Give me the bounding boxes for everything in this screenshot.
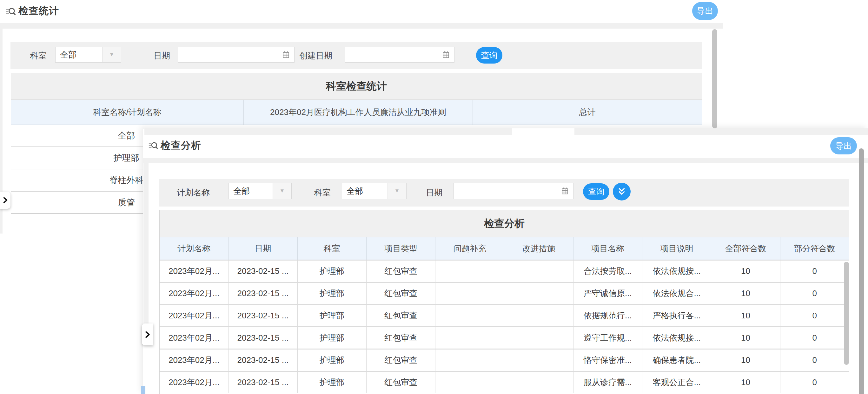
calendar-icon[interactable] xyxy=(441,50,451,59)
plan-cell: 2023年02月... xyxy=(160,260,228,282)
double-chevron-down-icon xyxy=(617,187,626,196)
page-vertical-scrollbar[interactable] xyxy=(859,148,864,394)
dept-cell: 护理部 xyxy=(298,327,367,348)
column-header: 科室 xyxy=(298,237,367,260)
item-name-cell: 遵守工作规... xyxy=(574,327,642,348)
table-title-bar: 检查分析 xyxy=(160,210,849,237)
search-list-icon xyxy=(148,140,159,151)
item-type-cell: 红包审查 xyxy=(367,283,435,304)
measure-cell xyxy=(504,260,573,282)
query-button[interactable]: 查询 xyxy=(583,183,609,200)
issue-cell xyxy=(435,372,504,393)
table-title: 检查分析 xyxy=(484,217,525,231)
item-type-cell: 红包审查 xyxy=(367,305,435,326)
column-header: 部分符合数 xyxy=(780,237,849,260)
table-row[interactable]: 2023年02月... 2023-02-15 ... 护理部 红包审查 严守诚信… xyxy=(160,282,849,304)
date-filter-label: 日期 xyxy=(154,50,170,61)
drawer-toggle[interactable] xyxy=(0,192,10,209)
table-row[interactable]: 2023年02月... 2023-02-15 ... 护理部 红包审查 合法按劳… xyxy=(160,260,849,282)
date-cell: 2023-02-15 ... xyxy=(228,305,298,326)
window-title: 检查统计 xyxy=(19,4,59,18)
item-type-cell: 红包审查 xyxy=(367,349,435,371)
full-count-cell: 10 xyxy=(711,283,780,304)
calendar-icon[interactable] xyxy=(281,50,290,59)
vertical-scrollbar[interactable] xyxy=(712,29,717,129)
drawer-toggle[interactable] xyxy=(142,323,153,345)
column-header: 科室名称/计划名称 xyxy=(11,100,244,124)
date-cell: 2023-02-15 ... xyxy=(228,349,298,371)
window-body-edge xyxy=(0,23,723,29)
partial-count-cell: 0 xyxy=(780,283,849,304)
table-title: 科室检查统计 xyxy=(326,79,387,93)
issue-cell xyxy=(435,327,504,348)
plan-cell: 2023年02月... xyxy=(160,372,228,393)
item-name-cell: 严守诚信原... xyxy=(574,283,642,304)
column-header: 日期 xyxy=(228,237,298,260)
item-desc-cell: 依法依规按... xyxy=(642,260,711,282)
measure-cell xyxy=(504,349,573,371)
chevron-down-icon[interactable]: ▼ xyxy=(102,47,121,62)
dept-select[interactable]: 全部 ▼ xyxy=(55,47,121,63)
item-desc-cell: 依法依规接... xyxy=(642,327,711,348)
plan-filter-label: 计划名称 xyxy=(177,187,210,198)
date-input[interactable] xyxy=(454,183,574,199)
date-filter-label: 日期 xyxy=(426,187,442,198)
search-list-icon xyxy=(5,6,17,17)
date-cell: 2023-02-15 ... xyxy=(228,283,298,304)
item-type-cell: 红包审查 xyxy=(367,327,435,348)
horizontal-scrollbar[interactable] xyxy=(145,129,868,135)
partial-count-cell: 0 xyxy=(780,349,849,371)
window-title: 检查分析 xyxy=(161,139,201,152)
chevron-right-icon xyxy=(1,196,9,204)
plan-cell: 2023年02月... xyxy=(160,349,228,371)
column-header: 问题补充 xyxy=(435,237,504,260)
export-button[interactable]: 导出 xyxy=(830,137,857,154)
chevron-down-icon[interactable]: ▼ xyxy=(273,183,291,199)
item-desc-cell: 确保患者院... xyxy=(642,349,711,371)
full-count-cell: 10 xyxy=(711,372,780,393)
export-button[interactable]: 导出 xyxy=(692,2,718,20)
measure-cell xyxy=(504,372,573,393)
partial-count-cell: 0 xyxy=(780,372,849,393)
dept-cell: 护理部 xyxy=(298,305,367,326)
dept-select-value: 全部 xyxy=(56,47,102,62)
full-count-cell: 10 xyxy=(711,260,780,282)
column-header: 全部符合数 xyxy=(711,237,780,260)
table-header-row: 科室名称/计划名称 2023年02月医疗机构工作人员廉洁从业九项准则 总计 xyxy=(11,100,702,125)
item-desc-cell: 依法依规合... xyxy=(642,283,711,304)
column-header: 项目说明 xyxy=(642,237,711,260)
table-row[interactable]: 2023年02月... 2023-02-15 ... 护理部 红包审查 服从诊疗… xyxy=(160,371,849,393)
date-cell: 2023-02-15 ... xyxy=(228,260,298,282)
dept-cell: 护理部 xyxy=(298,372,367,393)
table-row[interactable]: 2023年02月... 2023-02-15 ... 护理部 红包审查 依据规范… xyxy=(160,304,849,326)
measure-cell xyxy=(504,327,573,348)
item-name-cell: 依据规范行... xyxy=(574,305,642,326)
measure-cell xyxy=(504,283,573,304)
issue-cell xyxy=(435,305,504,326)
dept-select[interactable]: 全部 ▼ xyxy=(342,183,407,199)
analysis-table: 检查分析 计划名称 日期 科室 项目类型 问题补充 改进措施 项目名称 项目说明… xyxy=(159,210,849,394)
table-vertical-scrollbar[interactable] xyxy=(844,262,849,365)
dept-filter-label: 科室 xyxy=(314,187,331,198)
horizontal-scrollbar-thumb[interactable] xyxy=(512,129,575,135)
table-row[interactable]: 2023年02月... 2023-02-15 ... 护理部 红包审查 遵守工作… xyxy=(160,326,849,348)
full-count-cell: 10 xyxy=(711,327,780,348)
chevron-down-icon[interactable]: ▼ xyxy=(388,183,406,199)
calendar-icon[interactable] xyxy=(560,187,569,195)
column-header: 总计 xyxy=(473,100,702,124)
plan-cell: 2023年02月... xyxy=(160,305,228,326)
dept-select-value: 全部 xyxy=(342,183,388,199)
partial-count-cell: 0 xyxy=(780,260,849,282)
date-input[interactable] xyxy=(178,47,294,63)
date-cell: 2023-02-15 ... xyxy=(228,327,298,348)
column-header: 项目类型 xyxy=(367,237,435,260)
table-row[interactable]: 2023年02月... 2023-02-15 ... 护理部 红包审查 恪守保密… xyxy=(160,348,849,371)
plan-select[interactable]: 全部 ▼ xyxy=(228,183,292,199)
created-date-input[interactable] xyxy=(345,47,455,63)
item-type-cell: 红包审查 xyxy=(367,260,435,282)
query-button[interactable]: 查询 xyxy=(476,47,502,63)
plan-cell: 2023年02月... xyxy=(160,327,228,348)
expand-filters-button[interactable] xyxy=(613,183,630,200)
table-header-row: 计划名称 日期 科室 项目类型 问题补充 改进措施 项目名称 项目说明 全部符合… xyxy=(160,237,849,260)
item-type-cell: 红包审查 xyxy=(367,372,435,393)
